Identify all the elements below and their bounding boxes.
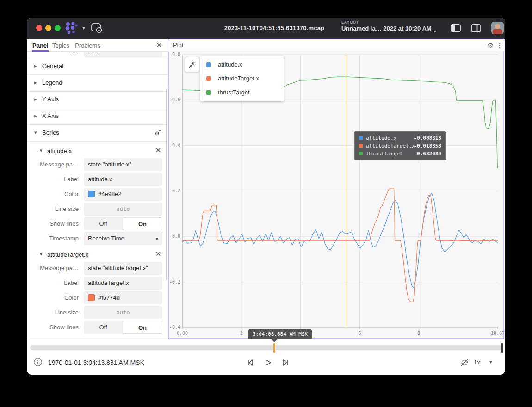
setting-label: Label — [27, 277, 79, 290]
sidebar-tabs: PanelTopicsProblems✕ — [27, 39, 168, 52]
series-title: attitudeTarget.x — [47, 251, 88, 258]
series-editor-header[interactable]: ▾attitude.x✕ — [27, 144, 168, 158]
timestamp-select[interactable]: Receive Time▾ — [84, 232, 162, 245]
add-panel-button[interactable] — [91, 23, 103, 34]
remove-series-button[interactable]: ✕ — [154, 146, 162, 154]
setting-row-timestamp: TimestampReceive Time▾ — [27, 232, 168, 245]
seek-bar[interactable] — [30, 345, 502, 350]
minimize-window-button[interactable] — [45, 25, 51, 31]
title-setting-input[interactable]: Plot — [84, 52, 162, 57]
plot-panel-header[interactable]: Plot ⚙ ⋮ — [168, 39, 504, 51]
caret-right-icon: ▸ — [34, 96, 37, 102]
loop-disabled-icon[interactable] — [458, 357, 470, 369]
text-input[interactable]: attitude.x — [84, 173, 162, 186]
end-of-data-marker — [501, 343, 503, 353]
gear-icon[interactable]: ⚙ — [486, 41, 495, 50]
y-tick-label: 0.0 — [168, 234, 180, 239]
caret-down-icon: ▾ — [34, 130, 37, 136]
playhead-marker[interactable] — [273, 343, 275, 353]
tab-problems[interactable]: Problems — [75, 41, 100, 50]
speed-chevron-icon[interactable]: ▼ — [489, 359, 493, 364]
plot-panel[interactable]: Plot ⚙ ⋮ 0.80.60.40.20.0-0.2-0.4 0.00246… — [168, 39, 504, 339]
text-input[interactable]: state."attitudeTarget.x" — [84, 262, 162, 275]
toggle-option-off[interactable]: Off — [84, 217, 123, 230]
app-window: ▼ 2023-11-10T04:51:45.631370.mcap LAYOUT… — [27, 18, 505, 375]
tooltip-swatch — [359, 136, 363, 140]
setting-label: Label — [27, 173, 79, 186]
section-label: General — [42, 62, 63, 69]
remove-series-button[interactable]: ✕ — [154, 250, 162, 258]
text-input[interactable]: attitudeTarget.x — [84, 277, 162, 290]
tab-topics[interactable]: Topics — [52, 41, 69, 50]
layout-menu[interactable]: LAYOUT Unnamed la… 2022 at 10:20 AM — [341, 20, 432, 32]
section-series[interactable]: ▾Series — [27, 125, 168, 142]
section-x-axis[interactable]: ▸X Axis — [27, 108, 168, 125]
user-avatar[interactable] — [491, 22, 504, 34]
playback-bar: 3:04:08.684 AM MSK 1970-01-01 3:04:13.83… — [27, 339, 505, 375]
skip-backward-button[interactable] — [244, 357, 256, 369]
show-lines-toggle[interactable]: OffOn — [84, 321, 162, 334]
setting-row-label: LabelattitudeTarget.x — [27, 277, 168, 290]
tab-panel[interactable]: Panel — [32, 41, 49, 52]
color-input[interactable]: #f5774d — [84, 291, 162, 304]
right-sidebar-toggle-button[interactable] — [470, 22, 483, 35]
setting-row-color: Color#4e98e2 — [27, 188, 168, 201]
legend-item-attitudeTarget-x[interactable]: attitudeTarget.x — [200, 72, 284, 86]
tooltip-value: 0.682089 — [417, 150, 441, 158]
color-input[interactable]: #4e98e2 — [84, 188, 162, 201]
skip-forward-button[interactable] — [279, 357, 291, 369]
maximize-window-button[interactable] — [55, 25, 61, 31]
plot-legend[interactable]: attitude.xattitudeTarget.xthrustTarget — [200, 56, 284, 101]
caret-right-icon: ▸ — [34, 63, 37, 69]
x-tick-label: 6 — [350, 331, 370, 336]
left-sidebar-toggle-button[interactable] — [449, 22, 462, 35]
toggle-option-off[interactable]: Off — [84, 321, 123, 334]
app-menu-chevron-icon[interactable]: ▼ — [81, 25, 86, 31]
section-label: X Axis — [42, 112, 59, 119]
play-button[interactable] — [262, 357, 274, 369]
foxglove-logo-icon[interactable] — [64, 21, 80, 35]
setting-label: Message pa… — [27, 158, 79, 171]
legend-item-thrustTarget[interactable]: thrustTarget — [200, 86, 284, 99]
hover-values-tooltip: attitude.x-0.008313attitudeTarget.x-0.01… — [354, 131, 446, 160]
sidebar-close-icon[interactable]: ✕ — [155, 41, 163, 49]
text-input[interactable]: state."attitude.x" — [84, 158, 162, 171]
legend-label: attitude.x — [218, 61, 242, 68]
playback-speed[interactable]: 1x — [474, 359, 480, 366]
document-title: 2023-11-10T04:51:45.631370.mcap — [212, 25, 337, 31]
toggle-option-on[interactable]: On — [123, 217, 162, 230]
setting-label: Message pa… — [27, 262, 79, 275]
close-window-button[interactable] — [36, 25, 42, 31]
x-tick-label: 8 — [408, 331, 429, 336]
section-general[interactable]: ▸General — [27, 58, 168, 75]
x-tick-label: 0.00 — [172, 331, 192, 336]
add-series-button[interactable] — [154, 129, 161, 138]
tooltip-value: -0.018358 — [414, 142, 441, 150]
settings-sections: ▸General▸Legend▸Y Axis▸X Axis▾Series — [27, 58, 168, 142]
series-editors: ▾attitude.x✕Message pa…state."attitude.x… — [27, 144, 168, 334]
y-tick-label: 0.8 — [168, 52, 180, 57]
y-tick-label: 0.2 — [168, 188, 180, 193]
show-lines-toggle[interactable]: OffOn — [84, 217, 162, 230]
series-line-attitudeTarget-x — [182, 189, 498, 302]
text-input[interactable]: auto — [84, 203, 162, 216]
section-y-axis[interactable]: ▸Y Axis — [27, 92, 168, 108]
setting-row-line-size: Line sizeauto — [27, 306, 168, 319]
text-input[interactable]: auto — [84, 306, 162, 319]
info-icon[interactable] — [33, 358, 45, 370]
titlebar: ▼ 2023-11-10T04:51:45.631370.mcap LAYOUT… — [27, 18, 505, 39]
series-editor-header[interactable]: ▾attitudeTarget.x✕ — [27, 248, 168, 262]
toggle-option-on[interactable]: On — [123, 321, 162, 334]
layout-chevron-icon[interactable]: ⌄ — [433, 28, 437, 34]
setting-row-label: Labelattitude.x — [27, 173, 168, 186]
sidebar-scrollbar[interactable] — [166, 88, 167, 280]
color-swatch — [88, 191, 95, 197]
section-legend[interactable]: ▸Legend — [27, 75, 168, 92]
section-label: Y Axis — [42, 96, 59, 103]
y-tick-label: 0.6 — [168, 97, 180, 102]
legend-item-attitude-x[interactable]: attitude.x — [200, 58, 284, 72]
kebab-menu-icon[interactable]: ⋮ — [496, 41, 503, 50]
section-label: Legend — [42, 79, 62, 86]
setting-row-color: Color#f5774d — [27, 291, 168, 304]
legend-collapse-button[interactable] — [185, 57, 199, 72]
